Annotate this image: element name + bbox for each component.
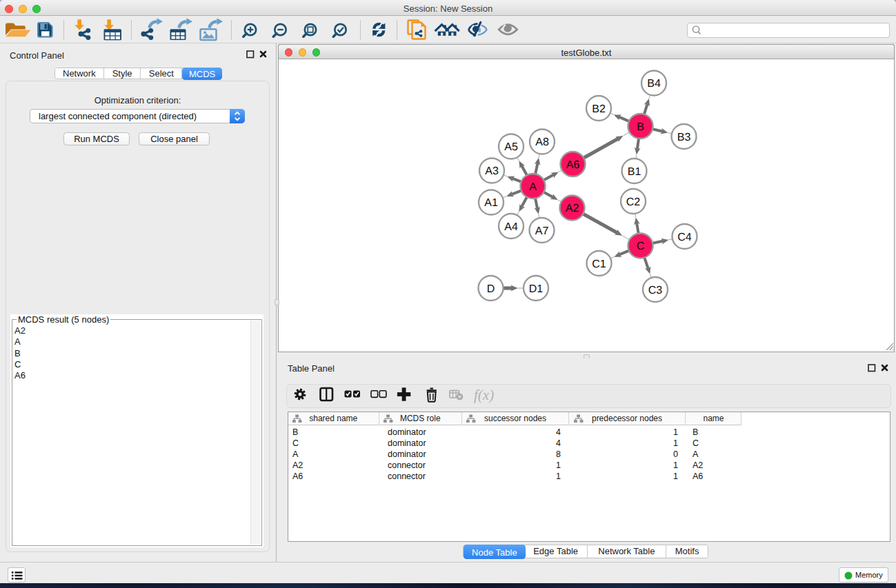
svg-text:C2: C2 — [626, 196, 641, 208]
svg-text:A4: A4 — [504, 221, 518, 233]
svg-text:C4: C4 — [677, 232, 692, 243]
svg-text:B4: B4 — [647, 78, 661, 90]
svg-text:A3: A3 — [485, 165, 499, 177]
svg-text:A8: A8 — [535, 136, 549, 148]
svg-text:C1: C1 — [592, 258, 606, 270]
svg-text:C: C — [637, 241, 645, 252]
svg-text:A1: A1 — [484, 197, 498, 209]
svg-text:f(x): f(x) — [474, 387, 494, 403]
svg-text:B2: B2 — [592, 103, 606, 115]
svg-text:D: D — [487, 283, 495, 295]
svg-text:D1: D1 — [529, 283, 544, 295]
svg-text:A: A — [529, 181, 537, 193]
svg-text:B1: B1 — [628, 166, 641, 178]
svg-text:A2: A2 — [566, 203, 579, 214]
svg-text:C3: C3 — [648, 285, 663, 296]
svg-text:A7: A7 — [535, 225, 549, 237]
svg-text:B3: B3 — [677, 132, 691, 143]
svg-text:B: B — [637, 121, 644, 133]
svg-text:A6: A6 — [566, 159, 580, 171]
svg-text:A5: A5 — [504, 141, 518, 153]
